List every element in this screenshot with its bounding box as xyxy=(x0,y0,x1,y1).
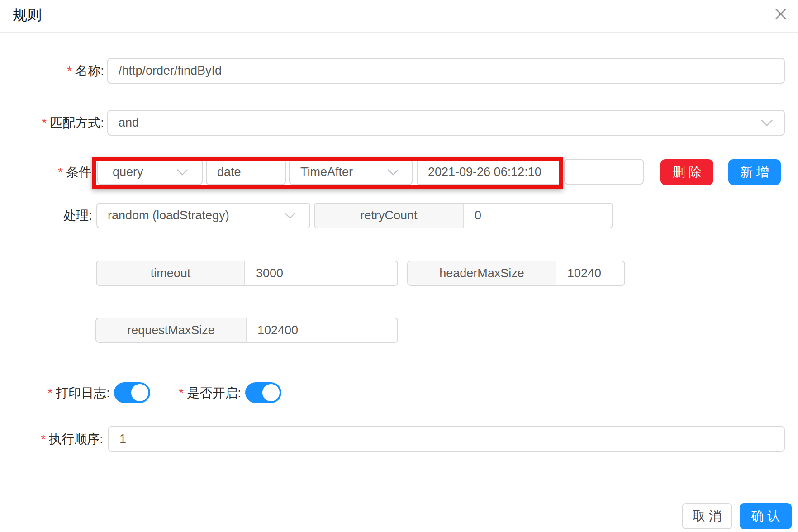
name-label: *名称: xyxy=(0,58,104,84)
condition-value-text: 2021-09-26 06:12:10 xyxy=(418,165,542,179)
match-mode-value: and xyxy=(108,116,139,130)
match-mode-select[interactable]: and xyxy=(107,110,785,136)
load-strategy-select[interactable]: random (loadStrategy) xyxy=(96,203,310,228)
chevron-down-icon xyxy=(176,169,188,176)
enabled-toggle[interactable] xyxy=(245,382,281,403)
footer-divider xyxy=(0,494,798,494)
condition-param-name-input[interactable]: date xyxy=(206,159,286,185)
request-max-size-label: requestMaxSize xyxy=(96,318,247,342)
retry-count-label: retryCount xyxy=(315,204,464,228)
condition-operator-value: TimeAfter xyxy=(290,165,353,179)
retry-count-input[interactable]: 0 xyxy=(464,204,612,228)
name-input-value: /http/order/findById xyxy=(108,64,222,78)
condition-value-input[interactable]: 2021-09-26 06:12:10 xyxy=(417,159,561,185)
rule-modal: 规则 *名称: /http/order/findById *匹配方式: and … xyxy=(0,0,798,532)
header-max-size-label: headerMaxSize xyxy=(408,261,556,285)
delete-button[interactable]: 删 除 xyxy=(660,159,713,185)
chevron-down-icon xyxy=(387,169,399,176)
add-button[interactable]: 新 增 xyxy=(728,159,781,185)
chevron-down-icon xyxy=(284,212,296,219)
close-icon xyxy=(774,7,788,21)
timeout-input[interactable]: 3000 xyxy=(245,261,397,285)
toggle-knob xyxy=(262,384,280,401)
confirm-button[interactable]: 确 认 xyxy=(740,503,792,529)
order-label: *执行顺序: xyxy=(0,426,103,452)
header-max-size-group: headerMaxSize 10240 xyxy=(407,261,625,286)
required-mark: * xyxy=(41,432,46,446)
condition-label: *条件: xyxy=(0,159,95,185)
required-mark: * xyxy=(42,116,47,130)
required-mark: * xyxy=(48,386,52,400)
condition-param-name-value: date xyxy=(207,165,241,179)
required-mark: * xyxy=(179,386,184,400)
timeout-label: timeout xyxy=(97,261,245,285)
name-input[interactable]: /http/order/findById xyxy=(107,58,785,84)
request-max-size-input[interactable]: 102400 xyxy=(247,318,397,342)
required-mark: * xyxy=(58,165,63,179)
order-input[interactable]: 1 xyxy=(108,426,785,452)
modal-title: 规则 xyxy=(13,5,42,25)
retry-count-group: retryCount 0 xyxy=(314,203,613,228)
request-max-size-group: requestMaxSize 102400 xyxy=(95,318,398,343)
cancel-button[interactable]: 取 消 xyxy=(682,503,732,529)
enabled-label: *是否开启: xyxy=(154,383,241,404)
match-mode-label: *匹配方式: xyxy=(0,110,104,136)
order-input-value: 1 xyxy=(109,432,126,446)
load-strategy-value: random (loadStrategy) xyxy=(97,209,229,223)
timeout-group: timeout 3000 xyxy=(96,261,398,286)
chevron-down-icon xyxy=(760,119,773,127)
print-log-toggle[interactable] xyxy=(114,382,150,403)
header-max-size-input[interactable]: 10240 xyxy=(556,261,624,285)
condition-param-type-value: query xyxy=(98,165,143,179)
print-log-label: *打印日志: xyxy=(0,383,110,404)
condition-operator-select[interactable]: TimeAfter xyxy=(289,159,413,185)
header-divider xyxy=(0,32,798,33)
close-button[interactable] xyxy=(770,3,792,25)
condition-extra-input[interactable] xyxy=(564,159,644,185)
handle-label: 处理: xyxy=(0,203,92,228)
required-mark: * xyxy=(67,64,72,78)
condition-param-type-select[interactable]: query xyxy=(97,159,203,185)
toggle-knob xyxy=(131,384,148,401)
